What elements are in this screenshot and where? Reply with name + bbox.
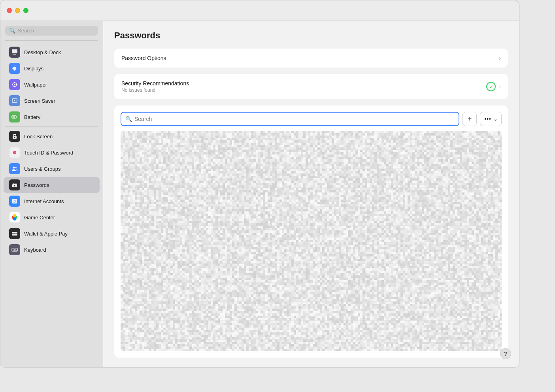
sidebar-item-keyboard[interactable]: Keyboard [4,242,100,258]
password-options-row[interactable]: Password Options › [114,49,508,68]
game-center-label: Game Center [24,215,55,220]
screen-saver-icon [9,95,20,106]
more-options-chevron: ⌄ [494,117,497,122]
sidebar-item-wallpaper[interactable]: Wallpaper [4,77,100,92]
svg-point-30 [13,217,16,220]
desktop-dock-label: Desktop & Dock [24,49,61,55]
sidebar-item-touch-id[interactable]: Touch ID & Password [4,145,100,160]
svg-rect-15 [13,117,15,118]
sidebar-item-wallet-apple-pay[interactable]: Wallet & Apple Pay [4,226,100,241]
svg-rect-16 [17,117,17,117]
sidebar-item-lock-screen[interactable]: Lock Screen [4,128,100,144]
svg-rect-40 [16,250,17,251]
sidebar-search-box[interactable]: 🔍 Search [5,26,98,36]
sidebar-item-game-center[interactable]: Game Center [4,209,100,225]
sidebar: 🔍 Search Desktop & Dock [0,21,103,367]
sidebar-item-screen-saver[interactable]: Screen Saver [4,93,100,109]
wallpaper-icon [9,79,20,90]
password-search-input[interactable] [134,116,455,122]
svg-rect-0 [12,49,17,53]
sidebar-divider-mid [5,126,98,127]
svg-point-29 [13,214,16,217]
security-recommendations-subtitle: No issues found [121,87,486,93]
sidebar-item-displays[interactable]: Displays [4,60,100,76]
password-options-label: Password Options [121,55,499,61]
page-title: Passwords [114,30,508,41]
sidebar-divider-top [5,40,98,41]
keyboard-icon [9,244,20,255]
security-recommendations-card[interactable]: Security Recommendations No issues found… [114,74,508,99]
displays-icon [9,63,20,74]
wallet-apple-pay-icon [9,228,20,239]
password-list-blurred [121,131,502,351]
sidebar-search-placeholder: Search [18,28,34,34]
close-button[interactable] [7,8,12,13]
sidebar-section-main: Desktop & Dock Displays [0,42,103,260]
security-icons-group: ✓ › [486,82,501,91]
main-layout: 🔍 Search Desktop & Dock [0,21,519,367]
blur-canvas [121,131,502,351]
svg-text:@: @ [13,200,16,203]
wallpaper-label: Wallpaper [24,82,47,88]
help-button[interactable]: ? [500,348,511,359]
svg-rect-38 [13,250,13,251]
sidebar-item-passwords[interactable]: Passwords [4,177,100,193]
security-check-icon: ✓ [486,82,496,91]
svg-rect-35 [13,249,13,250]
traffic-lights [7,8,28,13]
password-search-toolbar: 🔍 + ••• ⌄ [121,112,502,126]
svg-point-2 [13,67,16,70]
touch-id-label: Touch ID & Password [24,150,73,156]
svg-rect-36 [14,249,15,250]
maximize-button[interactable] [23,8,28,13]
displays-label: Displays [24,66,43,72]
content-area: Passwords Password Options › Security Re… [103,21,519,367]
password-search-field[interactable]: 🔍 [121,112,459,126]
password-list-section: 🔍 + ••• ⌄ [114,106,508,358]
svg-point-20 [14,152,15,153]
svg-point-24 [14,185,15,187]
more-options-button[interactable]: ••• ⌄ [480,112,502,126]
password-options-card: Password Options › [114,49,508,68]
security-chevron: › [499,83,501,90]
game-center-icon [9,212,20,223]
sidebar-item-users-groups[interactable]: Users & Groups [4,161,100,177]
wallet-apple-pay-label: Wallet & Apple Pay [24,231,68,237]
svg-rect-39 [14,250,16,251]
svg-point-21 [13,167,15,169]
lock-screen-icon [9,131,20,142]
passwords-label: Passwords [24,182,49,188]
security-recommendations-title: Security Recommendations [121,80,486,87]
sidebar-item-battery[interactable]: Battery [4,109,100,125]
svg-rect-33 [15,234,17,235]
security-recommendations-content: Security Recommendations No issues found [121,80,486,93]
touch-id-icon [9,147,20,158]
sidebar-search-icon: 🔍 [9,28,15,34]
add-password-button[interactable]: + [462,112,477,126]
more-options-dots: ••• [484,116,491,122]
sidebar-item-internet-accounts[interactable]: @ Internet Accounts [4,193,100,209]
title-bar [0,0,519,21]
svg-rect-32 [12,233,17,234]
password-search-icon: 🔍 [125,116,132,122]
users-groups-label: Users & Groups [24,166,60,172]
users-groups-icon [9,163,20,174]
screen-saver-label: Screen Saver [24,98,55,104]
svg-point-18 [14,137,15,138]
desktop-dock-icon [9,47,20,58]
internet-accounts-label: Internet Accounts [24,198,64,204]
svg-point-22 [15,167,17,168]
sidebar-item-desktop-dock[interactable]: Desktop & Dock [4,44,100,60]
minimize-button[interactable] [15,8,20,13]
battery-icon [9,111,20,122]
svg-rect-37 [15,249,16,250]
svg-point-8 [14,84,15,85]
lock-screen-label: Lock Screen [24,134,53,139]
svg-rect-1 [13,54,16,55]
keyboard-label: Keyboard [24,247,46,253]
internet-accounts-icon: @ [9,196,20,207]
passwords-icon [9,179,20,190]
sidebar-search-container: 🔍 Search [0,21,103,39]
svg-rect-34 [12,248,17,251]
battery-label: Battery [24,114,40,120]
